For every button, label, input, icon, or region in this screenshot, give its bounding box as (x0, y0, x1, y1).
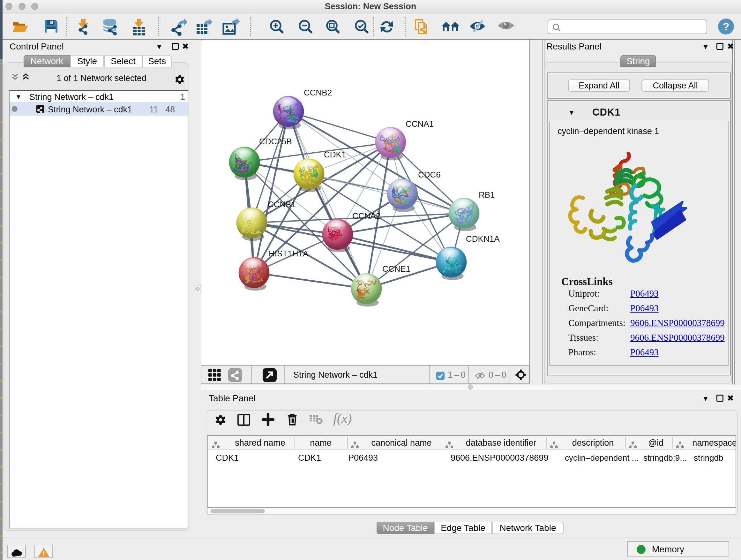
svg-text:CCNB1: CCNB1 (268, 199, 296, 209)
svg-text:CCNE1: CCNE1 (382, 264, 410, 273)
svg-text:CDK1: CDK1 (324, 150, 346, 159)
svg-text:CDC6: CDC6 (418, 170, 441, 179)
svg-text:RB1: RB1 (479, 190, 495, 199)
svg-text:CCNB2: CCNB2 (304, 88, 332, 98)
svg-text:HIST1H1A: HIST1H1A (269, 249, 309, 258)
svg-text:CCNA1: CCNA1 (406, 119, 434, 129)
svg-text:CDKN1A: CDKN1A (466, 234, 500, 244)
svg-text:CDC25B: CDC25B (259, 137, 292, 146)
svg-text:CCNA2: CCNA2 (352, 211, 381, 221)
